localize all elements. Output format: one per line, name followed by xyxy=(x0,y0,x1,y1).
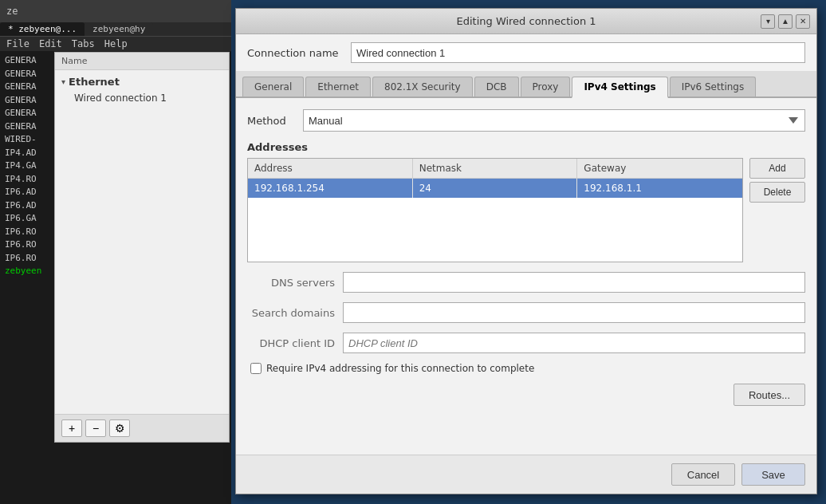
dialog-window-controls: ▾ ▲ ✕ xyxy=(761,14,810,29)
col-header-gateway: Gateway xyxy=(577,159,742,178)
address-buttons: Add Delete xyxy=(749,158,805,262)
dialog-close-button[interactable]: ✕ xyxy=(796,14,810,29)
search-domains-label: Search domains xyxy=(247,307,335,319)
table-empty-space xyxy=(248,198,742,262)
table-header: Address Netmask Gateway xyxy=(248,159,742,179)
dialog-tabs: General Ethernet 802.1X Security DCB Pro… xyxy=(236,72,816,98)
dhcp-row: DHCP client ID xyxy=(247,333,805,353)
delete-address-button[interactable]: Delete xyxy=(749,182,805,203)
addresses-container: Address Netmask Gateway 192.168.1.254 24… xyxy=(247,158,805,262)
method-row: Method Manual xyxy=(247,109,805,132)
gear-icon: ⚙ xyxy=(115,422,125,435)
tab-dcb[interactable]: DCB xyxy=(474,77,519,96)
add-address-button[interactable]: Add xyxy=(749,158,805,179)
network-sidebar: Name ▾ Ethernet Wired connection 1 + − ⚙ xyxy=(54,52,230,443)
table-row[interactable]: 192.168.1.254 24 192.168.1.1 xyxy=(248,179,742,198)
method-label: Method xyxy=(247,115,295,127)
dialog-maximize-button[interactable]: ▲ xyxy=(778,14,793,29)
terminal-title-text: ze xyxy=(6,6,18,17)
tab-8021x-security[interactable]: 802.1X Security xyxy=(372,77,473,96)
menu-file[interactable]: File xyxy=(6,38,30,49)
dialog-footer: Cancel Save xyxy=(236,455,816,494)
cell-netmask: 24 xyxy=(413,179,578,198)
sidebar-footer: + − ⚙ xyxy=(55,414,229,442)
col-header-address: Address xyxy=(248,159,413,178)
menu-edit[interactable]: Edit xyxy=(39,38,62,49)
routes-row: Routes... xyxy=(247,384,805,406)
sidebar-ethernet-item[interactable]: ▾ Ethernet xyxy=(55,73,229,90)
dns-label: DNS servers xyxy=(247,277,335,289)
sidebar-group-ethernet: ▾ Ethernet Wired connection 1 xyxy=(55,70,229,109)
cell-address: 192.168.1.254 xyxy=(248,179,413,198)
chevron-down-icon: ▾ xyxy=(61,77,65,86)
tab-ethernet[interactable]: Ethernet xyxy=(305,77,371,96)
connection-name-label: Connection name xyxy=(247,47,343,59)
routes-button[interactable]: Routes... xyxy=(734,384,805,406)
terminal-menubar: File Edit Tabs Help xyxy=(0,37,231,51)
sidebar-add-button[interactable]: + xyxy=(61,419,82,437)
save-button[interactable]: Save xyxy=(741,463,805,486)
dhcp-label: DHCP client ID xyxy=(247,337,335,349)
tab-proxy[interactable]: Proxy xyxy=(521,77,571,96)
require-ipv4-checkbox[interactable] xyxy=(250,363,262,374)
dialog-body: Method Manual Addresses Address Netmask … xyxy=(236,98,816,455)
terminal-tab-2[interactable]: zebyeen@hy xyxy=(85,22,153,36)
cell-gateway: 192.168.1.1 xyxy=(577,179,742,198)
menu-tabs[interactable]: Tabs xyxy=(72,38,95,49)
search-domains-row: Search domains xyxy=(247,302,805,323)
sidebar-wired-connection[interactable]: Wired connection 1 xyxy=(55,90,229,106)
addresses-title: Addresses xyxy=(247,141,805,153)
sidebar-settings-button[interactable]: ⚙ xyxy=(109,419,130,437)
connection-name-row: Connection name xyxy=(236,34,816,72)
dns-row: DNS servers xyxy=(247,272,805,293)
require-ipv4-label: Require IPv4 addressing for this connect… xyxy=(266,363,534,374)
tab-ipv4-settings[interactable]: IPv4 Settings xyxy=(572,77,667,98)
terminal-titlebar: ze xyxy=(0,0,231,22)
menu-help[interactable]: Help xyxy=(104,38,128,49)
addresses-table: Address Netmask Gateway 192.168.1.254 24… xyxy=(247,158,743,262)
method-select[interactable]: Manual xyxy=(303,109,805,132)
tab-ipv6-settings[interactable]: IPv6 Settings xyxy=(670,77,757,96)
checkbox-row: Require IPv4 addressing for this connect… xyxy=(247,363,805,374)
addresses-section: Addresses Address Netmask Gateway 192.16… xyxy=(247,141,805,262)
search-domains-input[interactable] xyxy=(343,302,805,323)
connection-name-input[interactable] xyxy=(351,42,805,63)
sidebar-header: Name xyxy=(55,53,229,70)
editing-dialog: Editing Wired connection 1 ▾ ▲ ✕ Connect… xyxy=(235,8,817,494)
dns-servers-input[interactable] xyxy=(343,272,805,293)
dialog-title: Editing Wired connection 1 xyxy=(456,15,596,27)
sidebar-ethernet-label: Ethernet xyxy=(69,76,120,88)
tab-general[interactable]: General xyxy=(242,77,304,96)
dialog-titlebar: Editing Wired connection 1 ▾ ▲ ✕ xyxy=(236,9,816,34)
dialog-minimize-button[interactable]: ▾ xyxy=(761,14,775,29)
cancel-button[interactable]: Cancel xyxy=(671,463,735,486)
col-header-netmask: Netmask xyxy=(413,159,578,178)
sidebar-remove-button[interactable]: − xyxy=(85,419,106,437)
terminal-tab-1[interactable]: * zebyeen@... xyxy=(0,22,85,36)
dhcp-client-id-input[interactable] xyxy=(343,333,805,353)
